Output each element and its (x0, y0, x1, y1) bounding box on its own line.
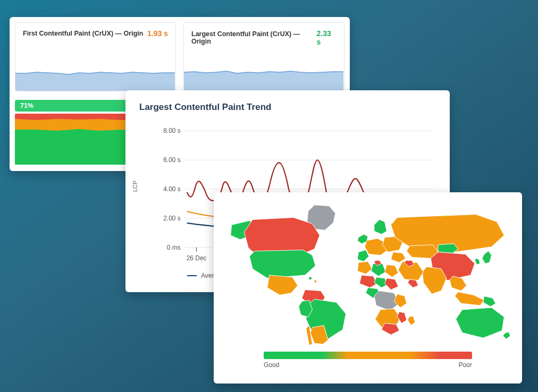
svg-point-13 (314, 280, 317, 283)
lcp-value: 2.33 s (316, 29, 337, 46)
lcp-mini-chart[interactable]: Largest Contentful Paint (CrUX) — Origin… (183, 22, 344, 91)
trend-y-axis-label: LCP (132, 181, 138, 192)
lcp-title: Largest Contentful Paint (CrUX) — Origin (191, 30, 316, 45)
percent-good-label: 71% (20, 102, 33, 109)
world-map-card: Good Poor (214, 192, 522, 384)
map-legend: Good Poor (264, 352, 472, 369)
svg-text:6.00 s: 6.00 s (163, 156, 181, 164)
trend-title: Largest Contentful Paint Trend (139, 102, 436, 113)
map-legend-gradient (264, 352, 472, 359)
svg-text:8.00 s: 8.00 s (163, 127, 181, 134)
fcp-mini-chart[interactable]: First Contentful Paint (CrUX) — Origin 1… (15, 22, 176, 91)
svg-text:4.00 s: 4.00 s (163, 185, 181, 193)
trend-x-tick: 26 Dec (187, 254, 207, 262)
svg-text:0 ms: 0 ms (167, 244, 181, 251)
fcp-value: 1.93 s (147, 29, 168, 38)
lcp-sparkline (184, 62, 343, 91)
fcp-sparkline (15, 62, 175, 91)
legend-swatch-average (187, 275, 197, 276)
fcp-title: First Contentful Paint (CrUX) — Origin (23, 30, 143, 37)
world-map[interactable] (221, 199, 515, 346)
map-legend-poor-label: Poor (459, 361, 472, 369)
svg-text:2.00 s: 2.00 s (163, 215, 181, 222)
mini-charts-row: First Contentful Paint (CrUX) — Origin 1… (10, 17, 350, 97)
map-legend-good-label: Good (264, 361, 279, 369)
svg-point-12 (309, 277, 312, 280)
